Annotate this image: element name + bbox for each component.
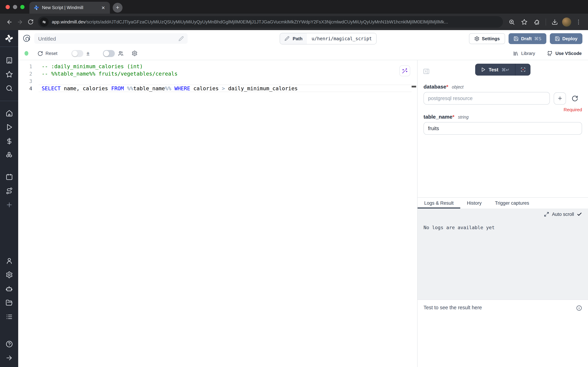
add-resource-button[interactable] — [554, 92, 566, 104]
windmill-logo[interactable] — [0, 30, 18, 47]
test-button[interactable]: Test ⌘↵ — [475, 64, 515, 75]
windmill-app: Path u/henri/magical_script Settings Dra… — [0, 30, 588, 367]
line-number: 3 — [18, 78, 32, 84]
focus-capture-icon — [520, 67, 526, 72]
edit-path-pencil-icon — [285, 36, 289, 41]
overview-ruler-mark — [412, 86, 416, 87]
back-icon[interactable] — [4, 17, 15, 27]
browser-actions: ⋮ — [506, 17, 584, 27]
edit-title-pencil-icon[interactable] — [178, 36, 184, 41]
code-editor[interactable]: 1-- :daily_minimum_calories (int)2-- %%t… — [18, 60, 417, 367]
browser-window: New Script | Windmill ✕ + app.windmill.d… — [0, 0, 588, 367]
editor-settings-button[interactable] — [132, 50, 138, 56]
autoscroll-toggle[interactable]: Auto scroll — [544, 211, 582, 217]
table-name-input[interactable] — [423, 122, 582, 135]
sidebar-item-workspace[interactable] — [0, 53, 18, 67]
code-text: -- %%table_name%% fruits/vegetables/cere… — [32, 70, 178, 77]
plus-icon — [557, 95, 563, 101]
table-name-input-row — [423, 122, 582, 135]
users-icon — [118, 50, 124, 57]
window-zoom-button[interactable] — [20, 5, 25, 9]
sidebar-item-routes[interactable] — [0, 184, 18, 198]
settings-button[interactable]: Settings — [469, 33, 505, 44]
sidebar-item-folders[interactable] — [0, 296, 18, 310]
path-value: u/henri/magical_script — [307, 33, 377, 44]
expand-icon — [544, 211, 549, 217]
library-icon — [513, 50, 518, 56]
browser-menu-icon[interactable]: ⋮ — [573, 17, 584, 27]
code-line[interactable]: 1-- :daily_minimum_calories (int) — [18, 63, 417, 70]
sidebar-item-schedules[interactable] — [0, 170, 18, 184]
tab-history[interactable]: History — [460, 198, 488, 208]
code-line[interactable]: 4SELECT name, calories FROM %%table_name… — [18, 85, 417, 92]
script-title-input[interactable] — [38, 35, 178, 42]
sidebar-item-help[interactable] — [0, 337, 18, 351]
sidebar-item-audit-logs[interactable] — [0, 310, 18, 324]
sidebar-divider — [0, 101, 18, 101]
capture-test-button[interactable] — [515, 64, 531, 75]
database-input-row — [423, 92, 582, 105]
database-input[interactable] — [423, 92, 550, 105]
tab-trigger-captures[interactable]: Trigger captures — [488, 198, 536, 208]
reload-icon[interactable] — [25, 17, 36, 27]
profile-avatar[interactable] — [562, 17, 571, 26]
refresh-icon — [571, 95, 578, 102]
library-button[interactable]: Library — [513, 50, 535, 56]
save-icon — [554, 36, 560, 41]
diff-toggle[interactable] — [71, 50, 83, 57]
play-icon — [480, 67, 486, 72]
path-label: Path — [280, 33, 307, 44]
sidebar-item-add[interactable] — [0, 198, 18, 212]
new-tab-button[interactable]: + — [113, 3, 123, 13]
sidebar-item-ai[interactable] — [0, 282, 18, 296]
code-line[interactable]: 3 — [18, 77, 417, 85]
tab-logs-result[interactable]: Logs & Result — [418, 198, 460, 208]
zoom-icon[interactable] — [506, 17, 517, 27]
table-name-field-header: table_name* string — [423, 114, 582, 120]
tab-close-icon[interactable]: ✕ — [100, 5, 106, 11]
use-vscode-button[interactable]: Use VScode — [547, 50, 582, 56]
extensions-icon[interactable] — [532, 17, 542, 27]
downloads-icon[interactable] — [549, 17, 560, 27]
browser-navbar: app.windmill.dev/scripts/add#JTdCJTIyaGF… — [0, 14, 588, 30]
code-text: -- :daily_minimum_calories (int) — [32, 63, 143, 69]
sidebar-item-home[interactable] — [0, 106, 18, 120]
script-arguments: database* object Required — [418, 79, 588, 135]
ai-wand-button[interactable] — [399, 66, 410, 76]
gear-icon — [132, 50, 138, 56]
bookmark-star-icon[interactable] — [519, 17, 529, 27]
reset-button[interactable]: Reset — [37, 50, 57, 56]
sidebar-item-settings[interactable] — [0, 268, 18, 282]
sidebar-expand-icon[interactable] — [0, 351, 18, 365]
database-type: object — [452, 85, 463, 90]
address-bar[interactable]: app.windmill.dev/scripts/add#JTdCJTIyaGF… — [38, 16, 503, 28]
sidebar-item-search[interactable] — [0, 81, 18, 95]
window-close-button[interactable] — [6, 5, 10, 9]
deploy-button[interactable]: Deploy — [550, 33, 582, 44]
script-path-chip[interactable]: Path u/henri/magical_script — [280, 33, 377, 44]
browser-tab[interactable]: New Script | Windmill ✕ — [29, 2, 110, 14]
sidebar-item-resources[interactable] — [0, 148, 18, 162]
site-info-icon[interactable] — [40, 17, 49, 26]
forward-icon[interactable] — [15, 17, 25, 27]
toolbar-separator — [546, 18, 546, 25]
collab-toggle[interactable] — [103, 50, 115, 57]
sidebar-item-user[interactable] — [0, 254, 18, 268]
sidebar-item-runs[interactable] — [0, 120, 18, 134]
postgresql-icon — [22, 34, 31, 43]
info-icon[interactable] — [576, 305, 582, 311]
collapse-panel-icon[interactable] — [423, 68, 430, 75]
gear-icon — [474, 36, 479, 41]
sidebar-item-variables[interactable] — [0, 134, 18, 148]
status-dot — [25, 51, 28, 56]
header-buttons: Settings Draft ⌘S Deploy — [469, 33, 582, 44]
code-line[interactable]: 2-- %%table_name%% fruits/vegetables/cer… — [18, 70, 417, 77]
window-minimize-button[interactable] — [13, 5, 17, 9]
test-button-group: Test ⌘↵ — [475, 64, 530, 75]
script-title-field[interactable] — [34, 33, 188, 44]
sidebar-item-favorites[interactable] — [0, 67, 18, 81]
refresh-resources-button[interactable] — [571, 94, 579, 102]
logs-area: Auto scroll No logs are available yet — [418, 208, 588, 299]
draft-button[interactable]: Draft ⌘S — [509, 33, 546, 44]
save-icon — [513, 36, 519, 41]
